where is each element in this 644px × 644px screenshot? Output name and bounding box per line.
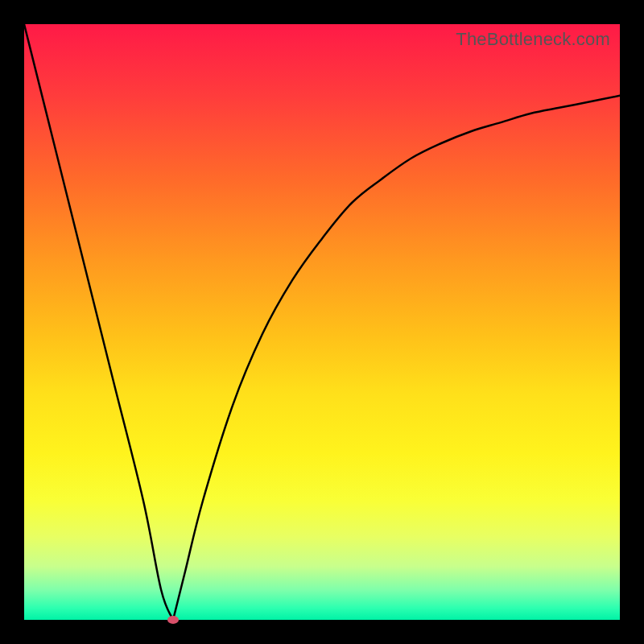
bottleneck-curve [24,24,620,620]
optimum-marker-icon [167,616,179,624]
chart-plot-area: TheBottleneck.com [24,24,620,620]
curve-path [24,24,620,620]
chart-frame: TheBottleneck.com [0,0,644,644]
